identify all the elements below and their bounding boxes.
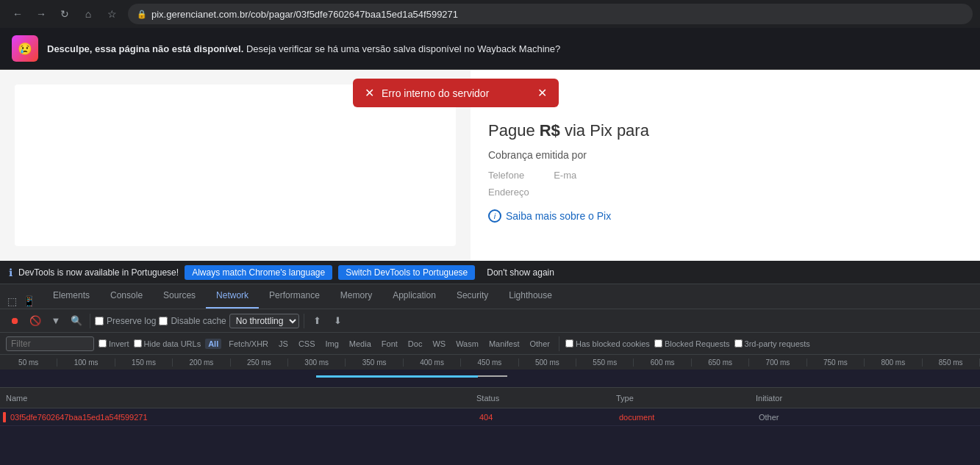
toast-close-button[interactable]: ✕ (537, 86, 547, 100)
tab-lighthouse[interactable]: Lighthouse (498, 284, 562, 309)
filter-fetchxhr-button[interactable]: Fetch/XHR (226, 339, 271, 349)
hide-data-urls-checkbox[interactable] (134, 339, 142, 347)
back-button[interactable]: ← (7, 4, 28, 24)
col-header-name: Name (3, 394, 473, 403)
tab-network[interactable]: Network (206, 284, 259, 309)
tab-memory[interactable]: Memory (330, 284, 382, 309)
notification-text: DevTools is now available in Portuguese! (18, 267, 179, 278)
blocked-requests-checkbox[interactable] (654, 339, 662, 347)
blocked-requests-label[interactable]: Blocked Requests (654, 339, 730, 348)
download-button[interactable]: ⬇ (329, 312, 347, 330)
timeline-label: 250 ms (231, 358, 288, 367)
filter-js-button[interactable]: JS (276, 339, 291, 349)
has-blocked-checkbox[interactable] (565, 339, 573, 347)
network-request-line2 (478, 375, 507, 377)
table-row[interactable]: 03f5dfe7602647baa15ed1a54f599271 404 doc… (0, 408, 980, 426)
preserve-log-label[interactable]: Preserve log (95, 316, 156, 326)
invert-label[interactable]: Invert (99, 339, 129, 348)
right-panel: ✕ Erro interno do servidor ✕ Pague R$ vi… (471, 70, 980, 261)
switch-devtools-button[interactable]: Switch DevTools to Portuguese (338, 265, 475, 280)
reload-button[interactable]: ↻ (54, 4, 75, 24)
devtools-notification-bar: ℹ DevTools is now available in Portugues… (0, 261, 980, 284)
timeline-label: 50 ms (0, 358, 57, 367)
home-button[interactable]: ⌂ (78, 4, 99, 24)
filter-css-button[interactable]: CSS (296, 339, 318, 349)
invert-checkbox[interactable] (99, 339, 107, 347)
tab-elements[interactable]: Elements (43, 284, 100, 309)
address-text: pix.gerencianet.com.br/cob/pagar/03f5dfe… (151, 9, 458, 20)
row-initiator: Other (756, 413, 977, 422)
tab-console[interactable]: Console (100, 284, 153, 309)
table-body: 03f5dfe7602647baa15ed1a54f599271 404 doc… (0, 408, 980, 426)
dont-show-again-button[interactable]: Don't show again (481, 265, 560, 280)
wayback-normal: Deseja verificar se há uma versão salva … (246, 43, 560, 54)
devtools-tabs: ⬚ 📱 Elements Console Sources Network Per… (0, 284, 980, 309)
endereco-label: Endereço (488, 187, 962, 198)
wayback-icon: 😢 (12, 35, 38, 62)
filter-img-button[interactable]: Img (323, 339, 342, 349)
col-header-type: Type (613, 394, 753, 403)
title-currency: R$ (540, 121, 560, 140)
bookmark-button[interactable]: ☆ (101, 4, 122, 24)
row-status: 404 (476, 413, 616, 422)
has-blocked-text: Has blocked cookies (576, 339, 650, 348)
timeline-label: 100 ms (57, 358, 115, 367)
filter-bar: Invert Hide data URLs All Fetch/XHR JS C… (0, 333, 980, 355)
network-request-line (316, 375, 478, 378)
tab-performance[interactable]: Performance (259, 284, 330, 309)
error-toast: ✕ Erro interno do servidor ✕ (353, 79, 559, 107)
filter-all-button[interactable]: All (205, 339, 221, 349)
search-toggle[interactable]: 🔍 (68, 312, 85, 330)
error-indicator (3, 412, 6, 422)
page-area: ✕ Erro interno do servidor ✕ Pague R$ vi… (0, 70, 980, 261)
sad-face-icon: 😢 (18, 42, 32, 56)
filter-media-button[interactable]: Media (346, 339, 374, 349)
disable-cache-label[interactable]: Disable cache (159, 316, 226, 326)
timeline-labels: 50 ms100 ms150 ms200 ms250 ms300 ms350 m… (0, 355, 980, 370)
toolbar-divider (90, 314, 90, 328)
record-button[interactable]: ⏺ (6, 312, 24, 330)
timeline-label: 850 ms (923, 358, 980, 367)
timeline-label: 350 ms (346, 358, 403, 367)
filter-doc-button[interactable]: Doc (405, 339, 426, 349)
timeline-label: 450 ms (461, 358, 518, 367)
timeline-label: 700 ms (749, 358, 806, 367)
wayback-banner: 😢 Desculpe, essa página não está disponí… (0, 28, 980, 70)
address-bar[interactable]: 🔒 pix.gerencianet.com.br/cob/pagar/03f5d… (128, 4, 973, 24)
filter-font-button[interactable]: Font (379, 339, 401, 349)
disable-cache-checkbox[interactable] (159, 317, 168, 325)
throttle-select[interactable]: No throttling (229, 314, 299, 328)
wayback-text: Desculpe, essa página não está disponíve… (47, 43, 560, 54)
telefone-label: Telefone (488, 170, 524, 181)
timeline-graph (0, 370, 980, 388)
tab-application[interactable]: Application (382, 284, 446, 309)
hide-data-urls-text: Hide data URLs (144, 339, 201, 348)
col-header-status: Status (473, 394, 613, 403)
inspect-icon[interactable]: ⬚ (6, 294, 18, 309)
filter-wasm-button[interactable]: Wasm (453, 339, 482, 349)
wayback-bold: Desculpe, essa página não está disponíve… (47, 43, 243, 54)
filter-ws-button[interactable]: WS (429, 339, 448, 349)
tab-sources[interactable]: Sources (153, 284, 206, 309)
timeline-label: 150 ms (115, 358, 173, 367)
devtools-toolbar: ⏺ 🚫 ▼ 🔍 Preserve log Disable cache No th… (0, 309, 980, 333)
third-party-checkbox[interactable] (734, 339, 743, 347)
always-match-button[interactable]: Always match Chrome's language (185, 265, 332, 280)
saiba-mais-link[interactable]: i Saiba mais sobre o Pix (488, 209, 962, 223)
filter-other-button[interactable]: Other (526, 339, 553, 349)
timeline-area: 50 ms100 ms150 ms200 ms250 ms300 ms350 m… (0, 355, 980, 388)
third-party-label[interactable]: 3rd-party requests (734, 339, 810, 348)
preserve-log-checkbox[interactable] (95, 317, 104, 325)
device-icon[interactable]: 📱 (21, 294, 37, 309)
hide-data-urls-label[interactable]: Hide data URLs (134, 339, 201, 348)
forward-button[interactable]: → (31, 4, 51, 24)
upload-button[interactable]: ⬆ (309, 312, 326, 330)
filter-manifest-button[interactable]: Manifest (486, 339, 523, 349)
timeline-label: 600 ms (634, 358, 691, 367)
tab-security[interactable]: Security (446, 284, 498, 309)
filter-toggle[interactable]: ▼ (47, 312, 65, 330)
clear-button[interactable]: 🚫 (26, 312, 44, 330)
info-circle-icon: i (488, 209, 501, 223)
filter-input[interactable] (6, 336, 94, 351)
has-blocked-label[interactable]: Has blocked cookies (565, 339, 650, 348)
